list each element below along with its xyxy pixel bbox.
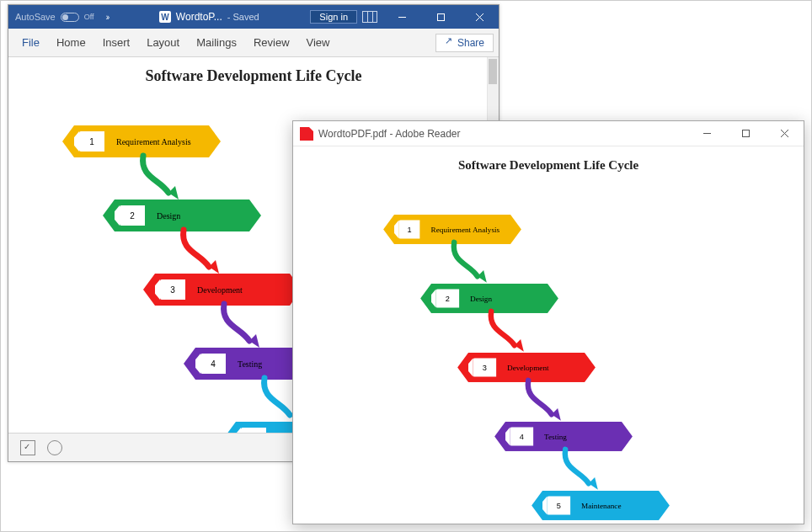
tab-mailings[interactable]: Mailings: [188, 29, 245, 56]
close-icon: [780, 129, 789, 138]
autosave-label: AutoSave: [15, 12, 56, 22]
step-number-badge: 4: [510, 427, 534, 445]
autosave-toggle[interactable]: AutoSave Off: [8, 12, 94, 22]
chevron-head-icon: [209, 125, 221, 157]
share-icon: [445, 38, 454, 47]
pdf-maximize-button[interactable]: [726, 121, 765, 146]
chevron-tail-icon: [383, 215, 394, 244]
chevron-head-icon: [548, 284, 558, 313]
process-step: 1 Requirement Analysis: [74, 125, 209, 157]
step-label: Maintenance: [570, 501, 632, 509]
accessibility-icon[interactable]: [47, 440, 62, 455]
process-step: 4 Testing: [505, 422, 622, 451]
chevron-head-icon: [249, 200, 261, 231]
connector-arrow-icon: [521, 379, 567, 425]
chevron-head-icon: [622, 422, 633, 451]
tab-home[interactable]: Home: [48, 29, 94, 56]
toggle-off-icon: [61, 13, 79, 22]
maximize-icon: [436, 13, 446, 22]
process-step: 3 Development: [155, 274, 290, 306]
chevron-head-icon: [659, 491, 670, 520]
window-title: W WordtoP... - Saved: [108, 11, 310, 23]
share-label: Share: [457, 37, 484, 49]
chevron-head-icon: [510, 215, 521, 244]
step-label: Testing: [226, 359, 274, 369]
maximize-icon: [741, 129, 751, 138]
pdf-titlebar: WordtoPDF.pdf - Adobe Reader: [293, 121, 804, 146]
step-number-badge: 4: [200, 354, 226, 374]
pdf-app-icon: [300, 127, 313, 141]
step-label: Design: [459, 294, 503, 302]
minimize-icon: [702, 129, 712, 138]
pdf-window-title: WordtoPDF.pdf - Adobe Reader: [318, 128, 461, 140]
process-step: 2 Design: [115, 200, 249, 231]
step-label: Development: [185, 285, 254, 295]
step-number-badge: 1: [79, 131, 104, 152]
connector-arrow-icon: [216, 302, 266, 353]
svg-marker-15: [589, 477, 598, 490]
chevron-tail-icon: [62, 125, 74, 157]
ribbon: File Home Insert Layout Mailings Review …: [8, 29, 499, 57]
step-label: Requirement Analysis: [420, 225, 510, 233]
minimize-icon: [398, 13, 407, 22]
close-button[interactable]: [460, 5, 499, 29]
step-number-badge: 2: [120, 205, 145, 226]
connector-arrow-icon: [558, 448, 604, 494]
step-number-badge: 3: [473, 358, 497, 376]
chevron-head-icon: [585, 353, 596, 382]
svg-rect-1: [437, 13, 444, 20]
connector-arrow-icon: [446, 241, 493, 287]
connector-arrow-icon: [135, 154, 185, 205]
pdf-minimize-button[interactable]: [687, 121, 726, 146]
chevron-tail-icon: [532, 491, 542, 520]
chevron-tail-icon: [494, 422, 505, 451]
step-number-badge: 5: [548, 496, 571, 514]
tab-file[interactable]: File: [13, 29, 48, 56]
word-titlebar: AutoSave Off ›› W WordtoP... - Saved Sig…: [8, 5, 499, 29]
pdf-reader-window: WordtoPDF.pdf - Adobe Reader Software De…: [292, 120, 804, 524]
share-button[interactable]: Share: [435, 34, 494, 52]
doc-title: Software Development Life Cycle: [8, 57, 499, 85]
svg-marker-4: [168, 186, 179, 200]
connector-arrow-icon: [483, 310, 530, 356]
maximize-button[interactable]: [421, 5, 460, 29]
tab-review[interactable]: Review: [245, 29, 298, 56]
pdf-document-canvas[interactable]: Software Development Life Cycle 1 Requir…: [293, 146, 804, 524]
spellcheck-icon[interactable]: [20, 440, 35, 455]
chevron-tail-icon: [224, 422, 236, 433]
svg-marker-12: [478, 270, 487, 283]
step-number-badge: 1: [399, 220, 420, 238]
chevron-tail-icon: [103, 200, 115, 231]
svg-marker-14: [552, 408, 561, 421]
process-step: 1 Requirement Analysis: [394, 215, 510, 244]
svg-rect-9: [742, 130, 749, 137]
autosave-state: Off: [84, 13, 94, 21]
chevron-tail-icon: [143, 274, 155, 306]
tab-layout[interactable]: Layout: [138, 29, 188, 56]
minimize-button[interactable]: [382, 5, 421, 29]
step-number-badge: 3: [160, 279, 185, 300]
sign-in-button[interactable]: Sign in: [310, 10, 357, 24]
step-label: Testing: [533, 432, 578, 440]
step-label: Development: [496, 363, 559, 371]
pdf-close-button[interactable]: [765, 121, 804, 146]
process-step: 2 Design: [431, 284, 548, 313]
ribbon-display-options-icon[interactable]: [362, 11, 377, 23]
chevron-tail-icon: [457, 353, 468, 382]
tab-view[interactable]: View: [298, 29, 339, 56]
close-icon: [475, 13, 484, 22]
svg-marker-6: [249, 334, 259, 348]
connector-arrow-icon: [175, 228, 226, 279]
svg-marker-5: [209, 260, 219, 274]
word-app-icon: W: [159, 11, 171, 23]
document-filename: WordtoP...: [176, 11, 222, 23]
quick-access-overflow-icon[interactable]: ››: [94, 13, 109, 22]
process-step: 3 Development: [468, 353, 585, 382]
process-step: 5 Maintenance: [542, 491, 659, 520]
scrollbar-thumb[interactable]: [489, 59, 497, 84]
tab-insert[interactable]: Insert: [94, 29, 139, 56]
pdf-doc-title: Software Development Life Cycle: [293, 146, 804, 173]
step-label: Design: [145, 211, 192, 221]
chevron-tail-icon: [184, 348, 195, 380]
chevron-tail-icon: [420, 284, 431, 313]
